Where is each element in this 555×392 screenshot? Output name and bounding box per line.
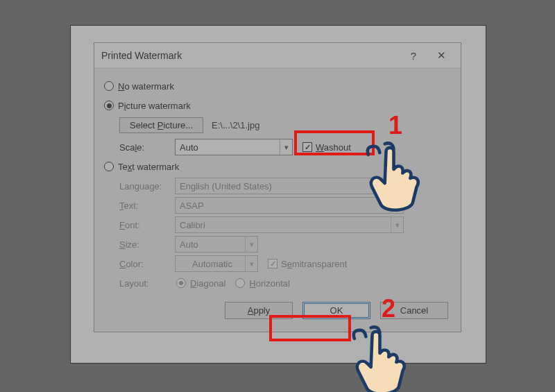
help-button[interactable]: ?: [400, 47, 427, 64]
text-select: ASAP ▾: [175, 197, 404, 214]
font-label: Font:: [119, 220, 175, 230]
text-value: ASAP: [180, 201, 391, 211]
washout-label: Washout: [316, 142, 351, 153]
dialog-titlebar: Printed Watermark ? ✕: [94, 43, 461, 69]
font-select: Calibri ▾: [175, 216, 404, 233]
chevron-down-icon: ▾: [391, 178, 403, 194]
size-value: Auto: [180, 239, 245, 250]
printed-watermark-dialog: Printed Watermark ? ✕ No watermark Pictu…: [94, 42, 461, 332]
language-label: Language:: [119, 181, 175, 191]
chevron-down-icon: ▾: [245, 237, 257, 252]
language-select: English (United States) ▾: [175, 178, 404, 194]
washout-checkbox[interactable]: [302, 142, 312, 152]
cancel-button[interactable]: Cancel: [380, 302, 448, 319]
size-label: Size:: [119, 239, 175, 250]
color-value: Automatic: [180, 259, 245, 269]
semitransparent-label: Semitransparent: [281, 259, 347, 269]
semitransparent-checkbox: [268, 259, 278, 269]
color-label: Color:: [119, 259, 175, 269]
radio-icon: [104, 81, 114, 91]
dialog-title: Printed Watermark: [101, 50, 400, 61]
language-value: English (United States): [180, 181, 391, 191]
layout-horizontal-label: Horizontal: [249, 278, 290, 289]
close-button[interactable]: ✕: [427, 47, 455, 64]
no-watermark-option[interactable]: No watermark: [104, 77, 451, 95]
scale-value: Auto: [180, 142, 280, 153]
radio-icon: [176, 278, 186, 288]
chevron-down-icon: ▾: [245, 256, 257, 271]
select-picture-button[interactable]: Select Picture...: [119, 117, 203, 133]
radio-icon: [235, 278, 245, 288]
text-label: Text:: [119, 201, 175, 211]
picture-path: E:\...\2\1.jpg: [212, 120, 259, 130]
picture-watermark-option[interactable]: Picture watermark: [104, 96, 451, 114]
radio-icon: [104, 162, 114, 171]
dialog-body: No watermark Picture watermark Select Pi…: [94, 69, 461, 332]
font-value: Calibri: [180, 220, 391, 230]
layout-label: Layout:: [119, 278, 175, 289]
radio-icon: [104, 101, 114, 110]
picture-watermark-label: Picture watermark: [118, 101, 191, 111]
chevron-down-icon: ▾: [391, 217, 403, 232]
size-select: Auto ▾: [175, 236, 258, 253]
apply-button[interactable]: Apply: [225, 302, 293, 319]
color-select: Automatic ▾: [175, 255, 258, 272]
text-watermark-option[interactable]: Text watermark: [104, 157, 451, 176]
layout-diagonal-label: Diagonal: [190, 278, 225, 289]
no-watermark-label: No watermark: [118, 81, 174, 92]
text-watermark-label: Text watermark: [118, 162, 179, 172]
ok-button[interactable]: OK: [302, 302, 370, 319]
chevron-down-icon: ▾: [391, 198, 403, 213]
scale-label: Scale:: [119, 142, 175, 153]
scale-select[interactable]: Auto ▾: [175, 139, 293, 155]
chevron-down-icon: ▾: [280, 139, 292, 155]
